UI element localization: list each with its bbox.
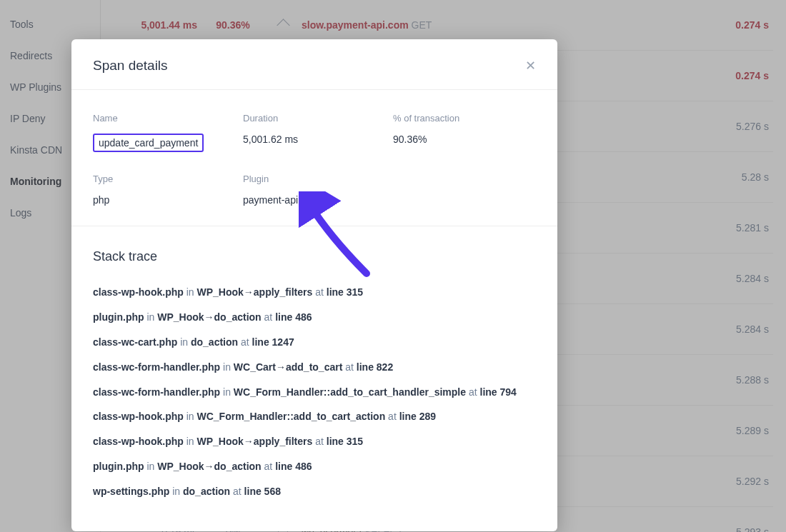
modal-title: Span details [93, 58, 168, 74]
detail-type: Type php [93, 174, 243, 206]
stack-trace-line: class-wp-hook.php in WP_Hook→apply_filte… [93, 286, 536, 299]
stack-trace-line: class-wc-form-handler.php in WC_Form_Han… [93, 386, 536, 399]
stack-trace-line: class-wp-hook.php in WC_Form_Handler::ad… [93, 410, 536, 423]
label-name: Name [93, 113, 243, 124]
detail-duration: Duration 5,001.62 ms [243, 113, 393, 152]
modal-header: Span details ✕ [71, 39, 557, 90]
app-root: ToolsRedirectsWP PluginsIP DenyKinsta CD… [0, 0, 786, 532]
span-details-modal: Span details ✕ Name update_card_payment … [71, 39, 557, 531]
detail-grid: Name update_card_payment Duration 5,001.… [71, 90, 557, 226]
label-type: Type [93, 174, 243, 184]
stack-trace-line: wp-settings.php in do_action at line 568 [93, 485, 536, 498]
stack-trace-line: class-wc-form-handler.php in WC_Cart→add… [93, 361, 536, 374]
detail-pct: % of transaction 90.36% [393, 113, 536, 152]
detail-name: Name update_card_payment [93, 113, 243, 152]
stack-trace-title: Stack trace [93, 249, 536, 264]
label-pct: % of transaction [393, 113, 536, 124]
stack-trace-line: class-wc-cart.php in do_action at line 1… [93, 336, 536, 349]
stack-trace-section: Stack trace class-wp-hook.php in WP_Hook… [71, 226, 557, 498]
value-name: update_card_payment [93, 134, 204, 152]
close-icon[interactable]: ✕ [525, 59, 536, 72]
stack-trace-line: plugin.php in WP_Hook→do_action at line … [93, 460, 536, 473]
value-plugin: payment-api [243, 194, 393, 206]
value-duration: 5,001.62 ms [243, 134, 393, 145]
label-plugin: Plugin [243, 174, 393, 184]
value-pct: 90.36% [393, 134, 536, 145]
stack-trace-line: class-wp-hook.php in WP_Hook→apply_filte… [93, 435, 536, 448]
label-duration: Duration [243, 113, 393, 124]
value-type: php [93, 194, 243, 206]
detail-plugin: Plugin payment-api [243, 174, 393, 206]
stack-trace-line: plugin.php in WP_Hook→do_action at line … [93, 311, 536, 324]
